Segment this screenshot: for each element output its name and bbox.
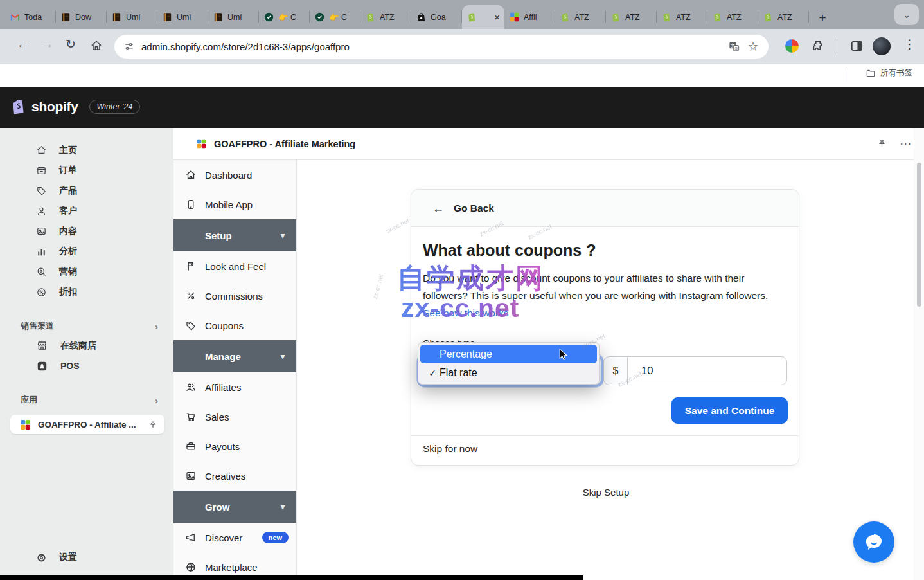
- bookmark-star-icon[interactable]: ☆: [747, 40, 760, 53]
- people-icon: [185, 381, 197, 393]
- browser-tab[interactable]: ATZ ×: [606, 5, 657, 29]
- tag-icon: [185, 320, 197, 331]
- browser-tab[interactable]: 👉 C ×: [310, 5, 360, 29]
- chevron-down-icon: ▾: [277, 501, 289, 512]
- address-bar[interactable]: admin.shopify.com/store/2d1c68-3/apps/go…: [114, 35, 769, 59]
- close-icon[interactable]: ×: [494, 12, 500, 22]
- tab-title: Umi: [177, 13, 204, 22]
- see-how-link[interactable]: See how this works: [423, 307, 509, 318]
- apps-header[interactable]: 应用 ›: [0, 390, 173, 410]
- greenapp-icon: [263, 12, 274, 23]
- app-nav-item[interactable]: Manage ▾: [173, 340, 296, 372]
- save-and-continue-button[interactable]: Save and Continue: [671, 397, 788, 424]
- tab-title: 👉 C: [278, 12, 305, 22]
- home-icon[interactable]: [90, 39, 103, 52]
- app-nav-item[interactable]: Mobile App: [173, 190, 296, 219]
- pin-icon[interactable]: [876, 138, 887, 149]
- browser-tab[interactable]: Umi ×: [157, 5, 208, 29]
- sales-channels-header[interactable]: 销售渠道 ›: [0, 316, 173, 336]
- more-options-icon[interactable]: ⋯: [900, 138, 911, 149]
- browser-tab[interactable]: Goa ×: [411, 5, 462, 29]
- app-nav-item[interactable]: Dashboard: [173, 160, 296, 190]
- browser-tab[interactable]: Affil ×: [504, 5, 555, 29]
- scrollbar-thumb[interactable]: [917, 163, 921, 307]
- url-text[interactable]: admin.shopify.com/store/2d1c68-3/apps/go…: [141, 41, 722, 52]
- browser-tab[interactable]: ×: [462, 5, 504, 29]
- tab-title: Umi: [126, 13, 153, 22]
- sidebar-item-label: 客户: [59, 205, 77, 217]
- browser-tab[interactable]: ATZ ×: [707, 5, 758, 29]
- tab-title: ATZ: [574, 13, 601, 22]
- browser-tab[interactable]: ATZ ×: [555, 5, 606, 29]
- browser-tab[interactable]: 👉 C ×: [259, 5, 310, 29]
- skip-setup-button[interactable]: Skip Setup: [297, 487, 915, 498]
- app-nav-item[interactable]: Grow ▾: [173, 491, 296, 523]
- app-nav-item[interactable]: Affiliates: [173, 372, 296, 402]
- app-nav-item[interactable]: Coupons: [173, 311, 296, 340]
- skip-for-now-button[interactable]: Skip for now: [423, 443, 477, 455]
- app-nav-item[interactable]: Commissions: [173, 281, 296, 311]
- book-icon: [60, 12, 71, 23]
- sidebar-item-label: 分析: [59, 246, 77, 257]
- bookmarks-divider: [848, 68, 848, 82]
- reload-icon[interactable]: ↻: [66, 38, 76, 50]
- browser-tab[interactable]: Dow ×: [56, 5, 107, 29]
- translate-icon[interactable]: 文G: [728, 41, 740, 53]
- browser-menu-icon[interactable]: ⋮: [903, 38, 916, 50]
- site-info-icon[interactable]: [123, 41, 135, 52]
- browser-tab[interactable]: ATZ ×: [758, 5, 809, 29]
- sidebar-item[interactable]: 客户: [0, 201, 173, 222]
- app-nav: Dashboard Mobile App Setup ▾ Look and Fe…: [173, 160, 297, 580]
- sidebar-channel-item[interactable]: 在线商店: [0, 336, 173, 356]
- app-nav-item[interactable]: Payouts: [173, 431, 296, 461]
- all-bookmarks-button[interactable]: 所有书签: [866, 68, 912, 78]
- home-icon: [36, 145, 47, 156]
- forward-icon[interactable]: →: [41, 38, 53, 50]
- back-icon[interactable]: ←: [17, 38, 29, 50]
- app-nav-label: Discover: [205, 532, 242, 543]
- dropdown-option[interactable]: ✓ Percentage: [420, 345, 597, 363]
- tab-search-button[interactable]: ⌄: [894, 4, 919, 25]
- app-nav-item[interactable]: Creatives: [173, 461, 296, 491]
- sidebar-item-settings[interactable]: 设置: [0, 547, 173, 568]
- coupon-amount-input[interactable]: [627, 356, 787, 385]
- sidebar-item[interactable]: 主页: [0, 140, 173, 161]
- coupon-amount-group: $: [603, 356, 787, 385]
- gmail-icon: [10, 12, 21, 23]
- app-nav-item[interactable]: Sales: [173, 402, 296, 431]
- tab-title: ATZ: [676, 13, 703, 22]
- app-nav-item[interactable]: Setup ▾: [173, 219, 296, 251]
- dropdown-option[interactable]: ✓ Flat rate: [420, 363, 597, 382]
- shopify-logo[interactable]: shopify Winter '24: [10, 97, 140, 116]
- sidebar-item[interactable]: 订单: [0, 161, 173, 181]
- browser-tab[interactable]: Umi ×: [208, 5, 259, 29]
- sidebar-item[interactable]: 折扣: [0, 282, 173, 303]
- new-tab-button[interactable]: +: [813, 8, 832, 27]
- go-back-button[interactable]: ← Go Back: [411, 190, 799, 227]
- sidebar-channel-item[interactable]: POS: [0, 356, 173, 377]
- dialog-title: What about coupons ?: [423, 241, 596, 260]
- extensions-puzzle-icon[interactable]: [811, 39, 825, 53]
- sidebar-item-goaffpro[interactable]: GOAFFPRO - Affiliate ...: [10, 415, 164, 434]
- browser-tab[interactable]: ATZ ×: [657, 5, 707, 29]
- chat-bubble-icon: [862, 531, 885, 553]
- option-label: Flat rate: [440, 367, 477, 379]
- chat-widget-button[interactable]: [853, 521, 894, 563]
- sidebar-item[interactable]: 营销: [0, 262, 173, 282]
- app-nav-item[interactable]: Discover new: [173, 523, 296, 552]
- app-nav-label: Mobile App: [205, 199, 253, 210]
- browser-tab[interactable]: Toda ×: [5, 5, 56, 29]
- sidebar-item[interactable]: 内容: [0, 221, 173, 242]
- app-nav-label: Coupons: [205, 320, 244, 331]
- browser-tab[interactable]: ATZ ×: [360, 5, 411, 29]
- extension-colorwheel-icon[interactable]: [785, 39, 799, 53]
- app-nav-item[interactable]: Look and Feel: [173, 251, 296, 281]
- browser-tab[interactable]: Umi ×: [107, 5, 157, 29]
- svg-text:G: G: [734, 46, 738, 50]
- sidebar-item[interactable]: 分析: [0, 242, 173, 262]
- shopify-icon: [763, 12, 774, 23]
- sidebar-item[interactable]: 产品: [0, 181, 173, 201]
- pin-icon[interactable]: [148, 419, 158, 430]
- profile-avatar[interactable]: [873, 37, 891, 55]
- side-panel-icon[interactable]: [849, 39, 864, 53]
